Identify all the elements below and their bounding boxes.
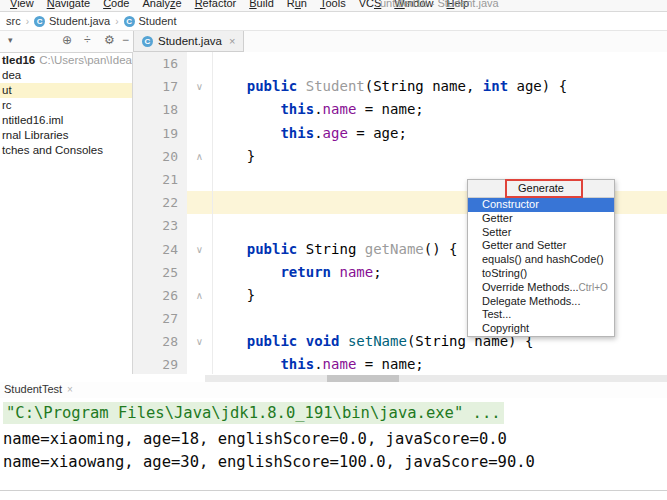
code-token: name,: [424, 78, 483, 94]
generate-item-constructor[interactable]: Constructor: [468, 198, 614, 212]
tab-studenttest[interactable]: StudentTest ×: [4, 383, 73, 395]
generate-item-getter[interactable]: Getter: [468, 212, 614, 226]
code-text: [213, 52, 667, 75]
locate-icon[interactable]: ⊕: [62, 33, 72, 47]
line-number: 27: [133, 307, 187, 330]
menu-item-run[interactable]: Run: [287, 0, 307, 9]
editor-line-19[interactable]: 19 this.age = age;: [133, 122, 667, 145]
generate-item-tostring-[interactable]: toString(): [468, 267, 614, 281]
fold-collapse-icon[interactable]: ∨: [187, 330, 213, 353]
line-number: 25: [133, 261, 187, 284]
generate-popup-items: ConstructorGetterSetterGetter and Setter…: [468, 198, 614, 336]
generate-item-override-methods-[interactable]: Override Methods...Ctrl+O: [468, 281, 614, 295]
console-text: name=xiaoming, age=18, englishScore=0.0,…: [3, 430, 507, 448]
line-number: 21: [133, 168, 187, 191]
generate-item-delegate-methods-[interactable]: Delegate Methods...: [468, 295, 614, 309]
line-number: 20: [133, 145, 187, 168]
generate-item-label: Setter: [482, 226, 511, 240]
tree-item-dea[interactable]: dea: [0, 68, 132, 83]
line-number: 23: [133, 214, 187, 237]
tree-item-label: rc: [2, 99, 12, 111]
gutter-cell: [187, 52, 213, 75]
tree-item-tches-and-Consoles[interactable]: tches and Consoles: [0, 143, 132, 158]
settings-icon[interactable]: ⚙: [104, 33, 115, 47]
code-token: (: [365, 78, 373, 94]
scrollbar-thumb[interactable]: [327, 375, 399, 382]
line-number: 16: [133, 52, 187, 75]
tree-item-ntitled16-iml[interactable]: ntitled16.iml: [0, 113, 132, 128]
collapse-all-icon[interactable]: ÷: [84, 33, 91, 47]
code-token: name: [339, 264, 373, 280]
code-token: .: [314, 101, 322, 117]
generate-item-label: Getter and Setter: [482, 239, 566, 253]
code-token: name: [323, 356, 357, 372]
close-icon[interactable]: ×: [67, 384, 73, 395]
code-token: [297, 333, 305, 349]
class-icon: C: [142, 36, 153, 47]
menu-item-vcs[interactable]: VCS: [359, 0, 382, 9]
editor-line-16[interactable]: 16: [133, 52, 667, 75]
menu-item-tools[interactable]: Tools: [320, 0, 346, 9]
tab-student-java[interactable]: C Student.java ×: [133, 31, 244, 52]
breadcrumb-item-src[interactable]: src: [6, 15, 21, 27]
code-token: [213, 356, 280, 372]
console-line: "C:\Program Files\Java\jdk1.8.0_191\bin\…: [3, 404, 504, 422]
breadcrumb: src›CStudent.java›CStudent: [0, 12, 667, 31]
editor-line-18[interactable]: 18 this.name = name;: [133, 98, 667, 121]
breadcrumb-label: Student: [139, 15, 177, 27]
close-icon[interactable]: ×: [229, 35, 235, 47]
hide-icon[interactable]: −: [122, 33, 129, 47]
generate-item-label: Copyright: [482, 322, 529, 336]
generate-item-label: Delegate Methods...: [482, 295, 580, 309]
generate-popup: Generate ConstructorGetterSetterGetter a…: [467, 179, 615, 337]
editor-line-17[interactable]: 17∨ public Student(String name, int age)…: [133, 75, 667, 98]
generate-item-label: Constructor: [482, 198, 539, 212]
chevron-right-icon: ›: [115, 16, 118, 27]
breadcrumb-item-student[interactable]: CStudent: [124, 15, 177, 27]
editor-line-29[interactable]: 29 this.name = name;: [133, 353, 667, 374]
generate-item-test-[interactable]: Test...: [468, 308, 614, 322]
code-token: String: [373, 78, 424, 94]
menu-item-code[interactable]: Code: [103, 0, 129, 9]
menu-item-build[interactable]: Build: [249, 0, 274, 9]
window-title: untitled16 - Student.java: [380, 0, 499, 9]
generate-item-copyright[interactable]: Copyright: [468, 322, 614, 336]
menu-item-analyze[interactable]: Analyze: [142, 0, 181, 9]
menu-item-navigate[interactable]: Navigate: [47, 0, 90, 9]
chevron-down-icon[interactable]: ▾: [8, 35, 13, 45]
code-token: public: [247, 333, 298, 349]
generate-item-getter-and-setter[interactable]: Getter and Setter: [468, 239, 614, 253]
code-token: name: [323, 101, 357, 117]
code-token: return: [280, 264, 331, 280]
tree-item-path: C:\Users\pan\IdeaProjects: [39, 54, 132, 66]
generate-item-equals-and-hashcode-[interactable]: equals() and hashCode(): [468, 253, 614, 267]
fold-expand-icon[interactable]: ∧: [187, 145, 213, 168]
tree-item-rc[interactable]: rc: [0, 98, 132, 113]
generate-item-setter[interactable]: Setter: [468, 226, 614, 240]
run-console[interactable]: "C:\Program Files\Java\jdk1.8.0_191\bin\…: [0, 398, 667, 482]
fold-collapse-icon[interactable]: ∨: [187, 238, 213, 261]
code-text: this.age = age;: [213, 122, 667, 145]
gutter-cell: [187, 191, 213, 214]
class-icon: C: [34, 16, 45, 27]
editor-horizontal-scrollbar[interactable]: [205, 375, 667, 382]
generate-item-label: Test...: [482, 308, 511, 322]
code-token: }: [213, 287, 255, 303]
gutter-cell: [187, 261, 213, 284]
code-token: .: [314, 125, 322, 141]
line-number: 28: [133, 330, 187, 353]
editor-line-20[interactable]: 20∧ }: [133, 145, 667, 168]
tree-item-tled16[interactable]: tled16C:\Users\pan\IdeaProjects: [0, 53, 132, 68]
code-token: Student: [306, 78, 365, 94]
fold-expand-icon[interactable]: ∧: [187, 284, 213, 307]
code-token: String: [415, 333, 466, 349]
tree-item-rnal-Libraries[interactable]: rnal Libraries: [0, 128, 132, 143]
tree-item-ut[interactable]: ut: [0, 83, 132, 98]
menu-item-view[interactable]: View: [10, 0, 34, 9]
status-bar-divider: [0, 490, 667, 491]
fold-collapse-icon[interactable]: ∨: [187, 75, 213, 98]
code-token: [339, 333, 347, 349]
breadcrumb-item-student-java[interactable]: CStudent.java: [34, 15, 110, 27]
run-toolwindow-tabbar: StudentTest ×: [0, 382, 667, 398]
menu-item-refactor[interactable]: Refactor: [195, 0, 237, 9]
